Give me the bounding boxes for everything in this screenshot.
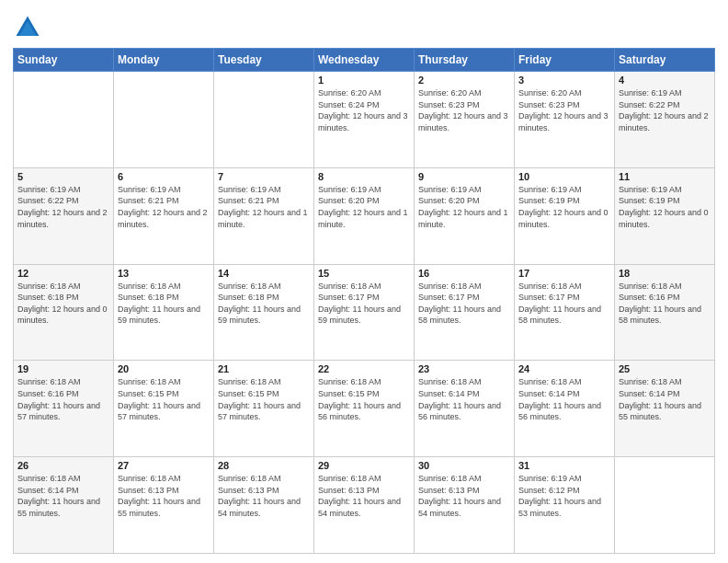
day-info: Sunrise: 6:18 AM Sunset: 6:14 PM Dayligh…	[518, 376, 610, 422]
day-info: Sunrise: 6:18 AM Sunset: 6:15 PM Dayligh…	[318, 376, 410, 422]
week-row-2: 5Sunrise: 6:19 AM Sunset: 6:22 PM Daylig…	[14, 167, 715, 264]
day-cell	[615, 457, 715, 554]
day-number: 6	[118, 171, 210, 182]
day-number: 16	[418, 268, 510, 279]
day-cell: 3Sunrise: 6:20 AM Sunset: 6:23 PM Daylig…	[515, 72, 615, 168]
day-cell: 6Sunrise: 6:19 AM Sunset: 6:21 PM Daylig…	[114, 167, 214, 264]
day-cell: 4Sunrise: 6:19 AM Sunset: 6:22 PM Daylig…	[615, 72, 715, 168]
day-number: 21	[218, 363, 310, 374]
day-info: Sunrise: 6:19 AM Sunset: 6:19 PM Dayligh…	[619, 184, 711, 230]
day-cell: 8Sunrise: 6:19 AM Sunset: 6:20 PM Daylig…	[314, 167, 415, 264]
day-number: 2	[418, 75, 510, 86]
day-info: Sunrise: 6:18 AM Sunset: 6:17 PM Dayligh…	[318, 281, 410, 327]
week-row-1: 1Sunrise: 6:20 AM Sunset: 6:24 PM Daylig…	[14, 72, 715, 168]
day-number: 1	[318, 75, 410, 86]
day-number: 29	[318, 460, 410, 471]
day-info: Sunrise: 6:18 AM Sunset: 6:15 PM Dayligh…	[118, 376, 210, 422]
day-cell: 21Sunrise: 6:18 AM Sunset: 6:15 PM Dayli…	[214, 361, 314, 457]
day-number: 18	[619, 268, 711, 279]
day-number: 19	[17, 363, 109, 374]
day-cell: 19Sunrise: 6:18 AM Sunset: 6:16 PM Dayli…	[14, 361, 114, 457]
day-number: 26	[17, 460, 109, 471]
day-number: 9	[418, 171, 510, 182]
day-cell: 25Sunrise: 6:18 AM Sunset: 6:14 PM Dayli…	[615, 361, 715, 457]
day-cell: 26Sunrise: 6:18 AM Sunset: 6:14 PM Dayli…	[14, 457, 114, 554]
day-number: 20	[118, 363, 210, 374]
day-info: Sunrise: 6:18 AM Sunset: 6:13 PM Dayligh…	[218, 473, 310, 519]
day-cell: 13Sunrise: 6:18 AM Sunset: 6:18 PM Dayli…	[114, 264, 214, 361]
header-cell-sunday: Sunday	[14, 49, 114, 72]
day-number: 11	[619, 171, 711, 182]
day-number: 17	[518, 268, 610, 279]
day-number: 27	[118, 460, 210, 471]
day-cell: 16Sunrise: 6:18 AM Sunset: 6:17 PM Dayli…	[415, 264, 515, 361]
day-cell: 1Sunrise: 6:20 AM Sunset: 6:24 PM Daylig…	[314, 72, 415, 168]
day-number: 5	[17, 171, 109, 182]
day-info: Sunrise: 6:18 AM Sunset: 6:16 PM Dayligh…	[619, 281, 711, 327]
day-cell: 27Sunrise: 6:18 AM Sunset: 6:13 PM Dayli…	[114, 457, 214, 554]
day-cell: 20Sunrise: 6:18 AM Sunset: 6:15 PM Dayli…	[114, 361, 214, 457]
header	[13, 9, 715, 42]
day-info: Sunrise: 6:18 AM Sunset: 6:17 PM Dayligh…	[518, 281, 610, 327]
day-info: Sunrise: 6:19 AM Sunset: 6:20 PM Dayligh…	[318, 184, 410, 230]
day-info: Sunrise: 6:20 AM Sunset: 6:23 PM Dayligh…	[418, 87, 510, 133]
day-number: 13	[118, 268, 210, 279]
day-info: Sunrise: 6:19 AM Sunset: 6:21 PM Dayligh…	[118, 184, 210, 230]
header-cell-saturday: Saturday	[615, 49, 715, 72]
day-cell: 23Sunrise: 6:18 AM Sunset: 6:14 PM Dayli…	[415, 361, 515, 457]
day-info: Sunrise: 6:18 AM Sunset: 6:13 PM Dayligh…	[318, 473, 410, 519]
day-info: Sunrise: 6:18 AM Sunset: 6:18 PM Dayligh…	[17, 281, 109, 327]
day-info: Sunrise: 6:18 AM Sunset: 6:16 PM Dayligh…	[17, 376, 109, 422]
day-cell: 10Sunrise: 6:19 AM Sunset: 6:19 PM Dayli…	[515, 167, 615, 264]
day-number: 10	[518, 171, 610, 182]
header-cell-tuesday: Tuesday	[214, 49, 314, 72]
day-cell: 24Sunrise: 6:18 AM Sunset: 6:14 PM Dayli…	[515, 361, 615, 457]
day-number: 12	[17, 268, 109, 279]
day-number: 7	[218, 171, 310, 182]
day-number: 4	[619, 75, 711, 86]
logo-icon	[13, 13, 42, 42]
day-info: Sunrise: 6:19 AM Sunset: 6:22 PM Dayligh…	[619, 87, 711, 133]
day-info: Sunrise: 6:18 AM Sunset: 6:14 PM Dayligh…	[619, 376, 711, 422]
day-cell	[214, 72, 314, 168]
week-row-3: 12Sunrise: 6:18 AM Sunset: 6:18 PM Dayli…	[14, 264, 715, 361]
calendar-header: SundayMondayTuesdayWednesdayThursdayFrid…	[14, 49, 715, 72]
day-cell: 30Sunrise: 6:18 AM Sunset: 6:13 PM Dayli…	[415, 457, 515, 554]
day-number: 14	[218, 268, 310, 279]
day-number: 30	[418, 460, 510, 471]
day-info: Sunrise: 6:19 AM Sunset: 6:22 PM Dayligh…	[17, 184, 109, 230]
logo	[13, 13, 46, 42]
day-number: 22	[318, 363, 410, 374]
day-info: Sunrise: 6:18 AM Sunset: 6:13 PM Dayligh…	[118, 473, 210, 519]
day-info: Sunrise: 6:19 AM Sunset: 6:20 PM Dayligh…	[418, 184, 510, 230]
day-number: 8	[318, 171, 410, 182]
day-info: Sunrise: 6:20 AM Sunset: 6:23 PM Dayligh…	[518, 87, 610, 133]
day-cell: 28Sunrise: 6:18 AM Sunset: 6:13 PM Dayli…	[214, 457, 314, 554]
day-cell: 31Sunrise: 6:19 AM Sunset: 6:12 PM Dayli…	[515, 457, 615, 554]
day-cell: 12Sunrise: 6:18 AM Sunset: 6:18 PM Dayli…	[14, 264, 114, 361]
day-number: 24	[518, 363, 610, 374]
header-row: SundayMondayTuesdayWednesdayThursdayFrid…	[14, 49, 715, 72]
header-cell-monday: Monday	[114, 49, 214, 72]
day-cell: 17Sunrise: 6:18 AM Sunset: 6:17 PM Dayli…	[515, 264, 615, 361]
day-info: Sunrise: 6:19 AM Sunset: 6:21 PM Dayligh…	[218, 184, 310, 230]
day-info: Sunrise: 6:18 AM Sunset: 6:17 PM Dayligh…	[418, 281, 510, 327]
day-info: Sunrise: 6:19 AM Sunset: 6:19 PM Dayligh…	[518, 184, 610, 230]
day-cell: 14Sunrise: 6:18 AM Sunset: 6:18 PM Dayli…	[214, 264, 314, 361]
day-number: 3	[518, 75, 610, 86]
day-cell	[14, 72, 114, 168]
calendar-body: 1Sunrise: 6:20 AM Sunset: 6:24 PM Daylig…	[14, 72, 715, 554]
day-info: Sunrise: 6:18 AM Sunset: 6:15 PM Dayligh…	[218, 376, 310, 422]
week-row-4: 19Sunrise: 6:18 AM Sunset: 6:16 PM Dayli…	[14, 361, 715, 457]
header-cell-thursday: Thursday	[415, 49, 515, 72]
day-number: 15	[318, 268, 410, 279]
day-number: 23	[418, 363, 510, 374]
day-cell: 29Sunrise: 6:18 AM Sunset: 6:13 PM Dayli…	[314, 457, 415, 554]
day-info: Sunrise: 6:18 AM Sunset: 6:14 PM Dayligh…	[17, 473, 109, 519]
week-row-5: 26Sunrise: 6:18 AM Sunset: 6:14 PM Dayli…	[14, 457, 715, 554]
header-cell-wednesday: Wednesday	[314, 49, 415, 72]
day-cell: 11Sunrise: 6:19 AM Sunset: 6:19 PM Dayli…	[615, 167, 715, 264]
day-number: 25	[619, 363, 711, 374]
day-info: Sunrise: 6:18 AM Sunset: 6:13 PM Dayligh…	[418, 473, 510, 519]
day-info: Sunrise: 6:18 AM Sunset: 6:14 PM Dayligh…	[418, 376, 510, 422]
